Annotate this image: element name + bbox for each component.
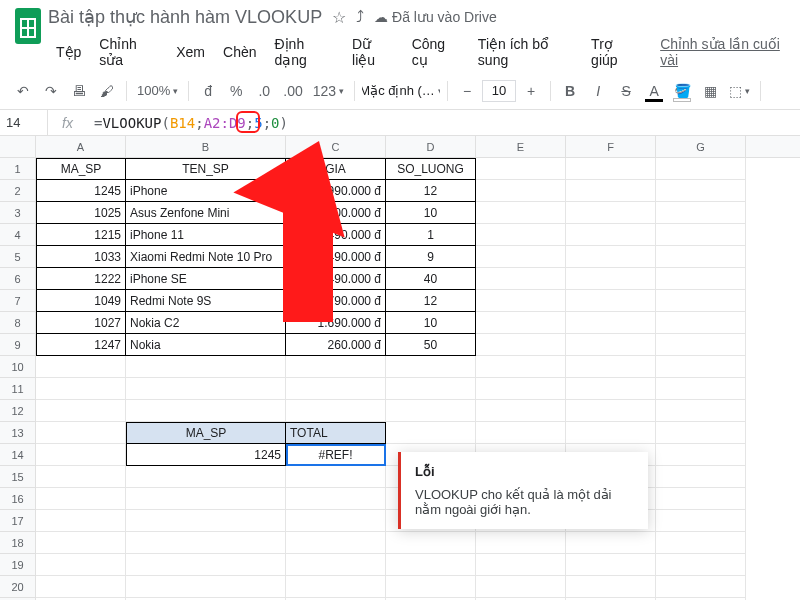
row-header-16[interactable]: 16 <box>0 488 35 510</box>
more-formats-dropdown[interactable]: 123 <box>309 78 348 104</box>
row-header-18[interactable]: 18 <box>0 532 35 554</box>
cell[interactable] <box>566 576 656 598</box>
cell[interactable] <box>656 400 746 422</box>
zoom-dropdown[interactable]: 100% <box>133 78 182 104</box>
cell[interactable] <box>286 400 386 422</box>
cell[interactable] <box>476 158 566 180</box>
cell[interactable] <box>656 290 746 312</box>
cells-area[interactable]: MA_SPTEN_SPGIASO_LUONG1245iPhone29.990.0… <box>36 158 746 600</box>
cell[interactable] <box>476 532 566 554</box>
borders-button[interactable]: ▦ <box>697 78 723 104</box>
row-header-8[interactable]: 8 <box>0 312 35 334</box>
row-header-9[interactable]: 9 <box>0 334 35 356</box>
font-size-decrease[interactable]: − <box>454 78 480 104</box>
cell[interactable] <box>386 356 476 378</box>
cell[interactable] <box>566 334 656 356</box>
cell[interactable] <box>36 400 126 422</box>
redo-button[interactable]: ↷ <box>38 78 64 104</box>
cell[interactable] <box>656 488 746 510</box>
row-header-15[interactable]: 15 <box>0 466 35 488</box>
cell[interactable]: 1033 <box>36 246 126 268</box>
cell[interactable]: 1222 <box>36 268 126 290</box>
cell[interactable] <box>386 422 476 444</box>
cell[interactable] <box>386 400 476 422</box>
col-header-G[interactable]: G <box>656 136 746 157</box>
cell[interactable]: 1247 <box>36 334 126 356</box>
cell[interactable] <box>126 466 286 488</box>
move-icon[interactable]: ⤴ <box>356 8 364 26</box>
currency-button[interactable]: đ <box>195 78 221 104</box>
cell[interactable] <box>656 268 746 290</box>
row-header-7[interactable]: 7 <box>0 290 35 312</box>
cell[interactable]: 17.490.000 đ <box>286 224 386 246</box>
row-header-14[interactable]: 14 <box>0 444 35 466</box>
cell[interactable] <box>36 356 126 378</box>
cell[interactable] <box>126 400 286 422</box>
menu-edit[interactable]: Chỉnh sửa <box>91 32 166 72</box>
row-header-20[interactable]: 20 <box>0 576 35 598</box>
cell[interactable] <box>656 202 746 224</box>
font-size-input[interactable]: 10 <box>482 80 516 102</box>
cell[interactable] <box>286 532 386 554</box>
row-header-1[interactable]: 1 <box>0 158 35 180</box>
cell[interactable] <box>566 356 656 378</box>
cell[interactable] <box>656 246 746 268</box>
paint-format-button[interactable]: 🖌 <box>94 78 120 104</box>
cell[interactable] <box>566 268 656 290</box>
cell[interactable]: 1049 <box>36 290 126 312</box>
cell[interactable] <box>656 576 746 598</box>
cell[interactable] <box>286 510 386 532</box>
sheets-logo[interactable] <box>8 6 48 44</box>
cell[interactable] <box>286 378 386 400</box>
cell[interactable] <box>656 158 746 180</box>
font-size-increase[interactable]: + <box>518 78 544 104</box>
cell[interactable]: Asus Zenfone Mini <box>126 202 286 224</box>
increase-decimal-button[interactable]: .00 <box>279 78 306 104</box>
menu-data[interactable]: Dữ liệu <box>344 32 402 72</box>
menu-format[interactable]: Định dạng <box>266 32 342 72</box>
cell[interactable] <box>656 444 746 466</box>
cell[interactable]: Xiaomi Redmi Note 10 Pro <box>126 246 286 268</box>
cell[interactable]: 1025 <box>36 202 126 224</box>
cell[interactable] <box>476 290 566 312</box>
cell[interactable]: 50 <box>386 334 476 356</box>
cell[interactable] <box>566 312 656 334</box>
formula-input[interactable]: =VLOOKUP(B14;A2:D9;5;0) <box>88 110 800 135</box>
cell[interactable] <box>36 444 126 466</box>
name-box[interactable]: 14 <box>0 110 48 135</box>
menu-insert[interactable]: Chèn <box>215 40 264 64</box>
col-header-E[interactable]: E <box>476 136 566 157</box>
cell[interactable] <box>36 554 126 576</box>
cell[interactable] <box>656 510 746 532</box>
cell[interactable] <box>566 532 656 554</box>
cell[interactable] <box>126 554 286 576</box>
cell[interactable] <box>286 576 386 598</box>
cell[interactable] <box>656 554 746 576</box>
col-header-A[interactable]: A <box>36 136 126 157</box>
cell[interactable] <box>656 312 746 334</box>
cell[interactable] <box>36 576 126 598</box>
menu-help[interactable]: Trợ giúp <box>583 32 646 72</box>
cell[interactable] <box>386 378 476 400</box>
cell[interactable] <box>566 422 656 444</box>
cell[interactable]: Redmi Note 9S <box>126 290 286 312</box>
cell[interactable]: 29.990.000 đ <box>286 180 386 202</box>
cell[interactable] <box>566 224 656 246</box>
cell[interactable] <box>36 422 126 444</box>
spreadsheet-grid[interactable]: A B C D E F G 12345678910111213141516171… <box>0 136 800 600</box>
cell[interactable]: 4.790.000 đ <box>286 290 386 312</box>
cell[interactable]: 260.000 đ <box>286 334 386 356</box>
cell[interactable] <box>476 378 566 400</box>
cell[interactable]: 1027 <box>36 312 126 334</box>
menu-addons[interactable]: Tiện ích bổ sung <box>470 32 581 72</box>
cell[interactable] <box>656 466 746 488</box>
percent-button[interactable]: % <box>223 78 249 104</box>
cell[interactable] <box>656 378 746 400</box>
cell[interactable] <box>566 554 656 576</box>
cell[interactable] <box>36 466 126 488</box>
cell[interactable] <box>476 246 566 268</box>
cell[interactable]: GIA <box>286 158 386 180</box>
cell[interactable]: 1245 <box>126 444 286 466</box>
row-header-12[interactable]: 12 <box>0 400 35 422</box>
print-button[interactable]: 🖶 <box>66 78 92 104</box>
